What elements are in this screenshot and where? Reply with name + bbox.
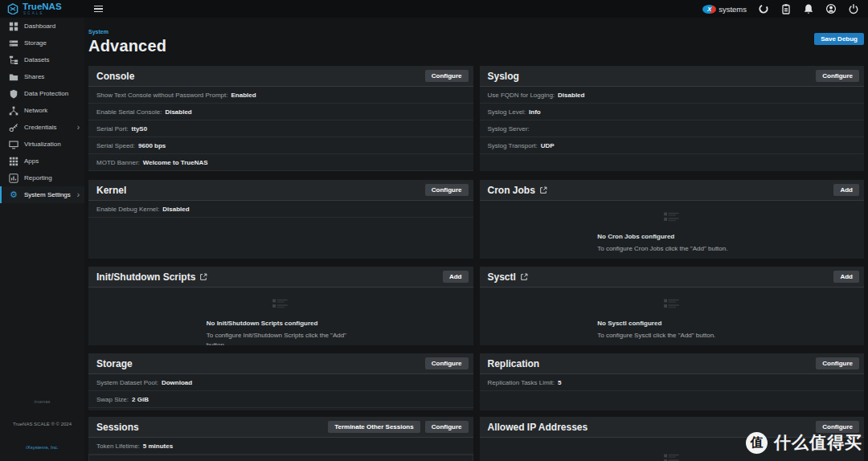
sessions-configure-button[interactable]: Configure bbox=[425, 421, 469, 433]
empty-description: To configure Sysctl click the "Add" butt… bbox=[597, 331, 746, 341]
smzdm-badge-icon: 值 bbox=[746, 432, 768, 454]
card-title: Storage bbox=[96, 358, 133, 369]
detail-row: Swap Size:2 GiB bbox=[88, 391, 473, 408]
cron-add-button[interactable]: Add bbox=[833, 184, 859, 196]
card-console: Console Configure Show Text Console with… bbox=[88, 66, 473, 171]
sidebar-item-apps[interactable]: Apps bbox=[0, 153, 84, 169]
detail-row: Token Lifetime:5 minutes bbox=[88, 438, 473, 455]
card-title: Replication bbox=[488, 358, 540, 369]
truenas-knot-icon bbox=[7, 3, 18, 14]
detail-row: Enable Debug Kernel:Disabled bbox=[88, 201, 473, 218]
footer-copyright: TrueNAS SCALE ® © 2024 bbox=[13, 422, 72, 426]
detail-row: Enable Serial Console:Disabled bbox=[88, 104, 473, 120]
console-configure-button[interactable]: Configure bbox=[425, 70, 469, 82]
bar-chart-icon bbox=[9, 173, 18, 183]
truecommand-icon[interactable] bbox=[758, 3, 769, 14]
gear-icon: ⚙ bbox=[9, 190, 18, 200]
jobs-icon[interactable] bbox=[780, 3, 792, 14]
detail-row: Use FQDN for Logging:Disabled bbox=[480, 87, 865, 104]
detail-row: Serial Port:ttyS0 bbox=[88, 120, 473, 137]
page-header: System Advanced Save Debug bbox=[88, 22, 864, 66]
power-icon[interactable] bbox=[848, 3, 859, 14]
sidebar-item-data-protection[interactable]: Data Protection bbox=[0, 85, 84, 102]
main-content: System Advanced Save Debug Console Confi… bbox=[84, 18, 868, 461]
open-in-new-icon[interactable] bbox=[199, 273, 207, 281]
page-title: Advanced bbox=[88, 37, 166, 55]
card-init-shutdown-scripts: Init/Shutdown Scripts Add No Init/Shutdo… bbox=[88, 267, 473, 345]
apps-grid-icon bbox=[9, 157, 18, 166]
card-cron-jobs: Cron Jobs Add No Cron Jobs configured To… bbox=[480, 180, 865, 259]
storage-configure-button[interactable]: Configure bbox=[425, 357, 469, 369]
detail-row: Show Text Console without Password Promp… bbox=[88, 87, 473, 104]
sysctl-add-button[interactable]: Add bbox=[833, 271, 859, 283]
breadcrumb[interactable]: System bbox=[88, 29, 108, 35]
brand-sub: SCALE bbox=[23, 12, 62, 16]
save-debug-button[interactable]: Save Debug bbox=[814, 33, 864, 45]
sidebar-item-label: Data Protection bbox=[24, 90, 68, 97]
storage-icon bbox=[9, 39, 18, 48]
card-title: Init/Shutdown Scripts bbox=[96, 271, 207, 283]
detail-row: Serial Speed:9600 bps bbox=[88, 137, 473, 154]
sidebar-item-label: Credentials bbox=[24, 124, 56, 131]
detail-row: System Dataset Pool:Download bbox=[88, 374, 473, 391]
account-icon[interactable] bbox=[825, 3, 837, 14]
sessions-list-box bbox=[88, 455, 473, 461]
detail-row: Syslog Server: bbox=[480, 120, 865, 137]
truenas-logo[interactable]: TrueNAS SCALE bbox=[0, 2, 84, 16]
card-storage: Storage Configure System Dataset Pool:Do… bbox=[88, 353, 473, 410]
sidebar-item-reporting[interactable]: Reporting bbox=[0, 169, 84, 186]
terminate-other-sessions-button[interactable]: Terminate Other Sessions bbox=[328, 421, 420, 433]
empty-title: No Sysctl configured bbox=[597, 320, 746, 327]
sidebar-item-network[interactable]: Network bbox=[0, 102, 84, 119]
init-add-button[interactable]: Add bbox=[443, 271, 469, 283]
sidebar-item-label: Network bbox=[24, 107, 47, 114]
sidebar-item-datasets[interactable]: Datasets bbox=[0, 51, 84, 68]
sidebar-item-label: Shares bbox=[24, 73, 44, 80]
ixsystems-text: systems bbox=[719, 5, 747, 14]
smzdm-watermark-text: 什么值得买 bbox=[774, 431, 862, 454]
card-title: Sessions bbox=[96, 422, 139, 433]
chevron-right-icon: › bbox=[77, 191, 80, 199]
menu-icon[interactable] bbox=[92, 3, 105, 15]
open-in-new-icon[interactable] bbox=[520, 273, 528, 281]
monitor-icon bbox=[9, 140, 18, 149]
replication-configure-button[interactable]: Configure bbox=[816, 357, 859, 369]
empty-list-icon bbox=[664, 297, 680, 312]
sidebar-item-shares[interactable]: Shares bbox=[0, 68, 84, 85]
empty-description: To configure Init/Shutdown Scripts click… bbox=[207, 331, 355, 345]
topbar: TrueNAS SCALE X systems bbox=[0, 0, 868, 18]
sidebar-item-system-settings[interactable]: ⚙ System Settings › bbox=[0, 186, 84, 203]
datasets-tree-icon bbox=[9, 55, 18, 65]
ixsystems-mark-icon: X bbox=[702, 5, 716, 14]
open-in-new-icon[interactable] bbox=[539, 186, 547, 194]
footer-ixsystems-link[interactable]: iXsystems, Inc. bbox=[26, 445, 58, 450]
card-title: Cron Jobs bbox=[488, 185, 547, 196]
topbar-actions: X systems bbox=[702, 3, 868, 14]
card-title: Kernel bbox=[96, 185, 126, 196]
ixsystems-logo[interactable]: X systems bbox=[702, 5, 747, 14]
card-kernel: Kernel Configure Enable Debug Kernel:Dis… bbox=[88, 180, 473, 259]
sidebar-item-label: System Settings bbox=[24, 191, 71, 198]
syslog-configure-button[interactable]: Configure bbox=[816, 70, 859, 82]
empty-list-icon bbox=[664, 210, 680, 225]
sidebar-item-virtualization[interactable]: Virtualization bbox=[0, 136, 84, 153]
detail-row: MOTD Banner:Welcome to TrueNAS bbox=[88, 154, 473, 171]
card-sysctl: Sysctl Add No Sysctl configured To confi… bbox=[480, 267, 865, 345]
chevron-right-icon: › bbox=[77, 124, 80, 132]
sidebar-footer: truenas TrueNAS SCALE ® © 2024 iXsystems… bbox=[0, 388, 84, 457]
sidebar-item-storage[interactable]: Storage bbox=[0, 35, 84, 51]
empty-title: No Init/Shutdown Scripts configured bbox=[207, 320, 355, 327]
detail-row: Syslog Level:Info bbox=[480, 104, 865, 120]
empty-list-icon bbox=[664, 452, 680, 461]
detail-row: Syslog Transport:UDP bbox=[480, 137, 865, 154]
card-title: Sysctl bbox=[488, 271, 528, 283]
key-icon bbox=[9, 123, 18, 133]
sidebar-item-dashboard[interactable]: Dashboard bbox=[0, 18, 84, 35]
sidebar-item-credentials[interactable]: Credentials › bbox=[0, 119, 84, 136]
empty-description: To configure Cron Jobs click the "Add" b… bbox=[597, 244, 746, 254]
kernel-configure-button[interactable]: Configure bbox=[425, 184, 469, 196]
alerts-bell-icon[interactable] bbox=[803, 3, 814, 14]
card-sessions: Sessions Terminate Other Sessions Config… bbox=[88, 417, 473, 461]
sidebar-item-label: Dashboard bbox=[24, 22, 55, 30]
dashboard-icon bbox=[9, 22, 18, 31]
